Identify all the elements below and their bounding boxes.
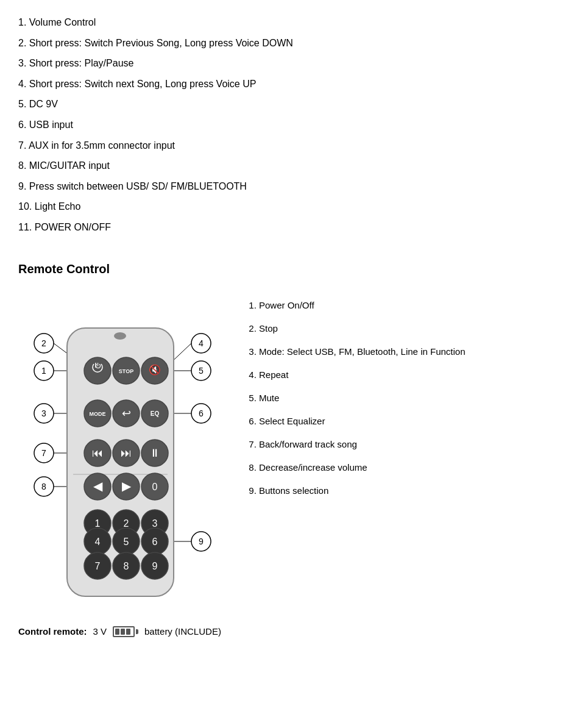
svg-text:3: 3	[41, 409, 46, 418]
feature-item-3: 3. Short press: Play/Pause	[18, 53, 553, 74]
svg-text:◀: ◀	[93, 479, 103, 493]
svg-text:⏸: ⏸	[149, 447, 160, 459]
battery-voltage: 3 V	[93, 626, 107, 637]
svg-text:🔇: 🔇	[149, 364, 161, 376]
svg-text:4: 4	[199, 338, 204, 348]
svg-text:↩: ↩	[122, 407, 131, 419]
svg-text:⏭: ⏭	[121, 447, 132, 459]
svg-text:6: 6	[199, 409, 204, 418]
svg-text:6: 6	[152, 537, 158, 547]
battery-seg-1	[115, 629, 119, 635]
feature-item-4: 4. Short press: Switch next Song, Long p…	[18, 74, 553, 95]
remote-image: 2 1 3 7 8 4 5 6	[18, 288, 225, 608]
feature-item-5: 5. DC 9V	[18, 94, 553, 115]
legend-item-4: Repeat	[259, 364, 553, 386]
remote-title: Remote Control	[18, 262, 553, 276]
feature-item-1: 1. Volume Control	[18, 12, 553, 33]
svg-text:5: 5	[124, 537, 129, 547]
svg-text:4: 4	[95, 537, 101, 547]
remote-svg: 2 1 3 7 8 4 5 6	[18, 288, 225, 605]
legend-item-9: Buttons selection	[259, 480, 553, 502]
battery-label: Control remote:	[18, 626, 87, 637]
svg-text:9: 9	[199, 537, 204, 546]
svg-text:7: 7	[95, 561, 101, 571]
feature-item-11: 11. POWER ON/OFF	[18, 217, 553, 238]
feature-item-6: 6. USB input	[18, 115, 553, 135]
svg-text:8: 8	[41, 482, 46, 491]
svg-text:⏮: ⏮	[92, 447, 103, 459]
battery-body	[113, 626, 135, 637]
svg-text:0: 0	[152, 482, 158, 492]
legend-item-1: Power On/Off	[259, 294, 553, 316]
remote-legend: Power On/Off Stop Mode: Select USB, FM, …	[244, 288, 553, 503]
legend-item-5: Mute	[259, 387, 553, 409]
remote-body: 2 1 3 7 8 4 5 6	[18, 288, 553, 608]
feature-item-10: 10. Light Echo	[18, 196, 553, 217]
remote-legend-list: Power On/Off Stop Mode: Select USB, FM, …	[244, 294, 553, 502]
legend-item-6: Select Equalizer	[259, 410, 553, 432]
svg-text:STOP: STOP	[119, 368, 133, 374]
svg-text:1: 1	[41, 366, 46, 376]
battery-seg-2	[121, 629, 125, 635]
battery-suffix: battery (INCLUDE)	[144, 626, 221, 637]
legend-item-8: Decrease/increase volume	[259, 457, 553, 479]
svg-text:EQ: EQ	[151, 410, 160, 417]
svg-text:1: 1	[95, 518, 101, 529]
svg-text:5: 5	[199, 366, 204, 376]
battery-section: Control remote: 3 V battery (INCLUDE)	[18, 626, 553, 637]
remote-section: Remote Control 2 1 3 7 8	[18, 262, 553, 637]
legend-item-2: Stop	[259, 318, 553, 340]
feature-item-9: 9. Press switch between USB/ SD/ FM/BLUE…	[18, 176, 553, 197]
feature-item-2: 2. Short press: Switch Previous Song, Lo…	[18, 33, 553, 54]
svg-point-28	[84, 357, 111, 384]
svg-text:3: 3	[152, 518, 158, 529]
legend-item-7: Back/forward track song	[259, 434, 553, 455]
feature-item-8: 8. MIC/GUITAR input	[18, 155, 553, 176]
battery-tip	[136, 629, 138, 634]
battery-seg-3	[126, 629, 130, 635]
svg-text:7: 7	[41, 448, 46, 458]
legend-item-3: Mode: Select USB, FM, Bluetooth, Line in…	[259, 341, 553, 363]
svg-text:MODE: MODE	[90, 411, 106, 417]
svg-text:2: 2	[41, 338, 46, 348]
svg-text:▶: ▶	[122, 479, 132, 493]
feature-item-7: 7. AUX in for 3.5mm connector input	[18, 135, 553, 156]
battery-icon	[113, 626, 138, 637]
svg-text:9: 9	[152, 561, 158, 571]
svg-point-71	[114, 332, 126, 340]
svg-text:8: 8	[124, 561, 129, 571]
svg-text:2: 2	[124, 518, 129, 529]
feature-list: 1. Volume Control 2. Short press: Switch…	[18, 12, 553, 238]
